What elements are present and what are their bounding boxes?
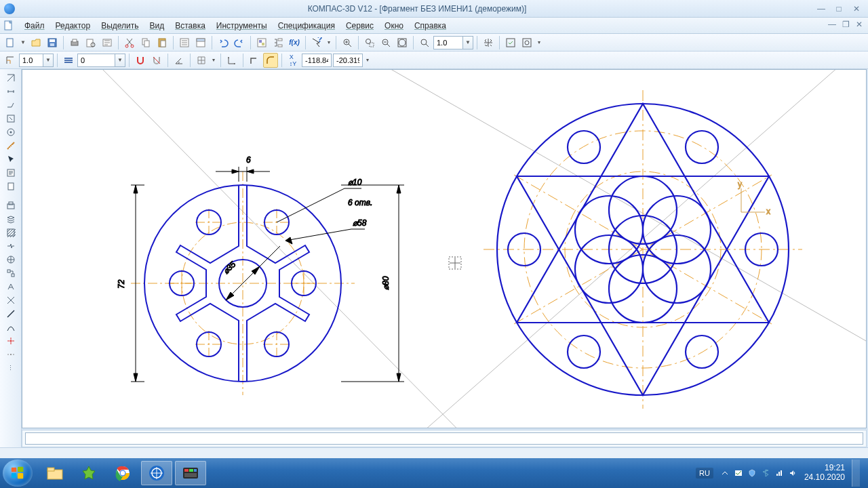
linestyle-combo[interactable]: ▼: [77, 54, 125, 67]
mdi-minimize[interactable]: —: [826, 20, 838, 29]
toolbar2-options[interactable]: ▾: [364, 53, 371, 68]
curve-tool[interactable]: [3, 321, 18, 333]
grid-button[interactable]: [194, 53, 209, 68]
language-indicator[interactable]: RU: [696, 468, 713, 479]
help-dropdown[interactable]: ▾: [326, 35, 332, 50]
grid-dropdown[interactable]: ▾: [210, 53, 217, 68]
menu-help[interactable]: Справка: [409, 19, 452, 33]
zoom-realtime-button[interactable]: [417, 35, 432, 50]
print-button[interactable]: [67, 35, 82, 50]
menu-tools[interactable]: Инструменты: [211, 19, 273, 33]
erase-snap-button[interactable]: [149, 53, 164, 68]
drawing-canvas[interactable]: 6 72 ⌀80 ⌀10 6 отв. ⌀58 ⌀35: [22, 69, 867, 428]
views-btn[interactable]: [3, 199, 18, 211]
toolbar-options[interactable]: ▾: [536, 35, 542, 50]
coord-x[interactable]: [302, 54, 332, 67]
reports-tab[interactable]: [3, 180, 18, 192]
redraw-button[interactable]: [503, 35, 518, 50]
copy-button[interactable]: [138, 35, 153, 50]
tree-button[interactable]: [271, 35, 285, 50]
zoom-value[interactable]: [433, 36, 463, 49]
point-tool[interactable]: [3, 335, 18, 347]
menu-view[interactable]: Вид: [144, 19, 170, 33]
round-button[interactable]: [263, 53, 278, 68]
step-combo[interactable]: ▼: [19, 54, 54, 67]
help-button[interactable]: ?: [309, 35, 324, 50]
lcs-button[interactable]: [224, 53, 239, 68]
text-btn[interactable]: [3, 281, 18, 293]
explorer-icon[interactable]: [39, 461, 71, 485]
hatch-btn[interactable]: [3, 226, 18, 239]
tray-bluetooth-icon[interactable]: [761, 468, 770, 478]
plot-button[interactable]: [100, 35, 115, 50]
menu-editor[interactable]: Редактор: [50, 19, 96, 33]
menu-window[interactable]: Окно: [379, 19, 409, 33]
geometry-tab[interactable]: [3, 72, 18, 84]
macro-btn[interactable]: [3, 267, 18, 279]
regenerate-button[interactable]: [519, 35, 534, 50]
measure-tab[interactable]: [3, 140, 18, 152]
layers-btn[interactable]: [3, 213, 18, 225]
obs-task-icon[interactable]: [175, 461, 206, 485]
edit-tab[interactable]: [3, 113, 18, 125]
kompas-task-icon[interactable]: [141, 461, 172, 485]
menu-file[interactable]: Файл: [19, 19, 50, 33]
fx-button[interactable]: f(x): [287, 35, 302, 50]
tray-volume-icon[interactable]: [788, 468, 797, 478]
step-button[interactable]: [3, 53, 18, 68]
variables-button[interactable]: [193, 35, 208, 50]
tray-up-icon[interactable]: [720, 468, 730, 478]
more-tools[interactable]: ⋮: [3, 362, 18, 374]
paste-button[interactable]: [155, 35, 170, 50]
aux-tool[interactable]: [3, 348, 18, 361]
close-button[interactable]: ✕: [849, 3, 864, 14]
undo-button[interactable]: [216, 35, 231, 50]
menu-insert[interactable]: Вставка: [170, 19, 211, 33]
break-btn[interactable]: [3, 240, 18, 252]
linestyle-button[interactable]: [61, 53, 76, 68]
zoom-prev-button[interactable]: [378, 35, 393, 50]
linestyle-dropdown[interactable]: ▼: [115, 54, 125, 67]
open-button[interactable]: [28, 35, 43, 50]
zoom-window-button[interactable]: [362, 35, 377, 50]
table-btn[interactable]: [3, 294, 18, 306]
line-tool[interactable]: [3, 308, 18, 320]
minimize-button[interactable]: —: [814, 3, 829, 14]
step-value[interactable]: [19, 54, 43, 67]
step-dropdown[interactable]: ▼: [43, 54, 54, 67]
properties-button[interactable]: [177, 35, 192, 50]
new-dropdown[interactable]: ▼: [19, 35, 27, 50]
menu-service[interactable]: Сервис: [340, 19, 379, 33]
show-desktop-button[interactable]: [852, 460, 860, 487]
zoom-combo-dropdown[interactable]: ▼: [463, 36, 473, 49]
redo-button[interactable]: [232, 35, 247, 50]
tray-network-icon[interactable]: [774, 468, 784, 478]
ortho-button[interactable]: [247, 53, 262, 68]
app-green-icon[interactable]: [73, 461, 104, 485]
menu-select[interactable]: Выделить: [96, 19, 144, 33]
snap-magnet-button[interactable]: [133, 53, 148, 68]
save-button[interactable]: [45, 35, 60, 50]
angle-snap-button[interactable]: [172, 53, 186, 68]
select-tab[interactable]: [3, 153, 18, 165]
tray-shield-icon[interactable]: [747, 468, 757, 478]
coord-y[interactable]: [333, 54, 363, 67]
insert-btn[interactable]: [3, 253, 18, 266]
menu-spec[interactable]: Спецификация: [273, 19, 340, 33]
zoom-combo[interactable]: ▼: [433, 36, 473, 49]
preview-button[interactable]: [83, 35, 98, 50]
coord-mode-button[interactable]: X↕Y: [285, 53, 300, 68]
dimensions-tab[interactable]: [3, 85, 18, 98]
new-button[interactable]: [3, 35, 18, 50]
mdi-restore[interactable]: ❐: [840, 20, 852, 29]
params-tab[interactable]: [3, 126, 18, 138]
cut-button[interactable]: [122, 35, 137, 50]
mdi-close[interactable]: ✕: [853, 20, 865, 29]
zoom-fit-button[interactable]: [395, 35, 410, 50]
layers-button[interactable]: [254, 35, 269, 50]
zoom-in-button[interactable]: [340, 35, 355, 50]
command-input[interactable]: [25, 432, 863, 445]
symbols-tab[interactable]: [3, 99, 18, 111]
tray-flag-icon[interactable]: [734, 468, 743, 478]
clock[interactable]: 19:21 24.10.2020: [804, 464, 845, 483]
